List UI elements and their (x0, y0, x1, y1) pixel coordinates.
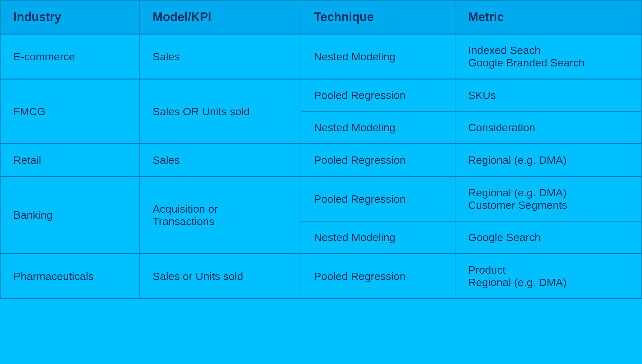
model-cell-ecommerce: Sales (140, 34, 301, 79)
industry-cell-retail: Retail (0, 144, 140, 177)
model-cell-banking: Acquisition or Transactions (140, 177, 301, 254)
technique-cell-banking-0: Pooled Regression (301, 177, 455, 222)
industry-cell-banking: Banking (0, 177, 140, 254)
table-row: BankingAcquisition or TransactionsPooled… (0, 177, 642, 222)
technique-cell-fmcg-1: Nested Modeling (301, 111, 455, 144)
model-cell-pharma: Sales or Units sold (140, 254, 301, 299)
model-cell-retail: Sales (140, 144, 301, 177)
metric-cell-fmcg-0: SKUs (455, 79, 642, 112)
header-metric: Metric (455, 0, 642, 34)
header-row: Industry Model/KPI Technique Metric (0, 0, 642, 34)
industry-cell-pharma: Pharmaceuticals (0, 254, 140, 299)
technique-cell-banking-1: Nested Modeling (301, 221, 455, 254)
technique-cell-ecommerce-0: Nested Modeling (301, 34, 455, 79)
table-row: RetailSalesPooled RegressionRegional (e.… (0, 144, 642, 177)
table-row: FMCGSales OR Units soldPooled Regression… (0, 79, 642, 112)
technique-cell-retail-0: Pooled Regression (301, 144, 455, 177)
metric-cell-banking-1: Google Search (455, 221, 642, 254)
table-row: PharmaceuticalsSales or Units soldPooled… (0, 254, 642, 299)
metric-cell-ecommerce-0: Indexed Seach Google Branded Search (455, 34, 642, 79)
metric-cell-pharma-0: Product Regional (e.g. DMA) (455, 254, 642, 299)
technique-cell-fmcg-0: Pooled Regression (301, 79, 455, 112)
header-technique: Technique (301, 0, 455, 34)
technique-cell-pharma-0: Pooled Regression (301, 254, 455, 299)
industry-cell-ecommerce: E-commerce (0, 34, 140, 79)
model-cell-fmcg: Sales OR Units sold (140, 79, 301, 144)
metric-cell-banking-0: Regional (e.g. DMA) Customer Segments (455, 177, 642, 222)
header-model-kpi: Model/KPI (140, 0, 301, 34)
main-table: Industry Model/KPI Technique Metric E-co… (0, 0, 642, 299)
header-industry: Industry (0, 0, 140, 34)
metric-cell-fmcg-1: Consideration (455, 111, 642, 144)
industry-cell-fmcg: FMCG (0, 79, 140, 144)
metric-cell-retail-0: Regional (e.g. DMA) (455, 144, 642, 177)
table-row: E-commerceSalesNested ModelingIndexed Se… (0, 34, 642, 79)
